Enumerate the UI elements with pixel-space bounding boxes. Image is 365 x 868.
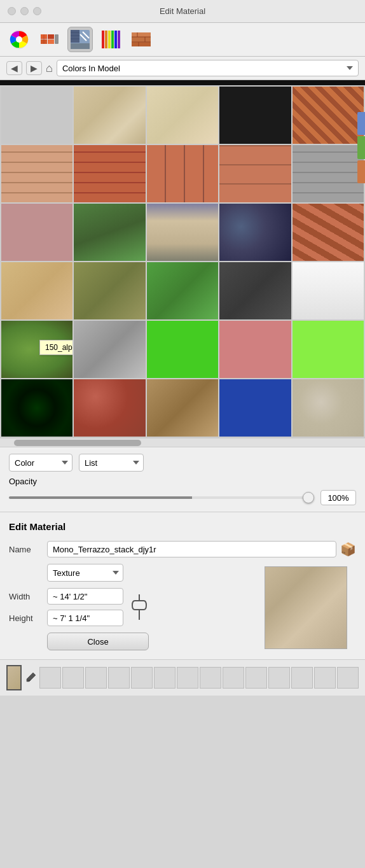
- list-item[interactable]: [293, 321, 364, 378]
- window-title: Edit Material: [160, 6, 205, 16]
- palette-slot[interactable]: [108, 667, 130, 689]
- title-bar: Edit Material: [0, 0, 365, 23]
- list-item[interactable]: [74, 379, 145, 437]
- toolbar: [0, 23, 365, 57]
- svg-rect-12: [71, 43, 90, 49]
- name-input[interactable]: [47, 541, 336, 557]
- palette-slot[interactable]: [245, 667, 267, 689]
- link-chain-icon[interactable]: [130, 591, 149, 623]
- list-item[interactable]: [147, 204, 218, 261]
- scrollbar-thumb[interactable]: [14, 440, 141, 446]
- back-button[interactable]: ◀: [6, 61, 22, 75]
- material-icon[interactable]: 📦: [340, 542, 356, 557]
- svg-rect-6: [55, 34, 59, 44]
- texture-controls: Texture Color Blend Width Height: [9, 564, 258, 650]
- palette-slot[interactable]: [268, 667, 290, 689]
- right-tab-blue[interactable]: [357, 112, 365, 135]
- materials-icon[interactable]: [37, 27, 62, 52]
- svg-rect-19: [111, 31, 114, 48]
- svg-rect-21: [118, 31, 120, 48]
- list-item[interactable]: 150_alpine green grass texture-seamless: [1, 321, 72, 378]
- list-dropdown[interactable]: List Grid Thumbnails: [79, 454, 144, 472]
- palette-slot[interactable]: [223, 667, 244, 689]
- texture-row: Texture Color Blend: [47, 564, 258, 582]
- right-tabs: [357, 112, 365, 183]
- list-item[interactable]: [147, 321, 218, 378]
- svg-rect-17: [105, 31, 107, 48]
- palette-slot[interactable]: [131, 667, 153, 689]
- right-tab-green[interactable]: [357, 136, 365, 159]
- home-button[interactable]: ⌂: [46, 62, 53, 75]
- opacity-row: 100%: [9, 490, 356, 505]
- list-item[interactable]: [293, 204, 364, 261]
- zoom-button[interactable]: [33, 7, 41, 15]
- palette-slot[interactable]: [154, 667, 176, 689]
- palette-slot[interactable]: [177, 667, 198, 689]
- close-button[interactable]: Close: [47, 633, 149, 650]
- list-item[interactable]: [1, 145, 72, 202]
- colors-in-model-dropdown[interactable]: Colors In Model Colors In Library Custom…: [57, 60, 359, 76]
- active-swatch[interactable]: [6, 665, 22, 690]
- list-item[interactable]: [147, 379, 218, 437]
- name-label: Name: [9, 545, 47, 554]
- close-button[interactable]: [8, 7, 16, 15]
- eyedropper-tool[interactable]: [24, 668, 37, 687]
- palette-slot[interactable]: [337, 667, 359, 689]
- list-item[interactable]: [219, 145, 291, 202]
- list-item[interactable]: [74, 262, 145, 319]
- list-item[interactable]: [147, 262, 218, 319]
- nav-bar: ◀ ▶ ⌂ Colors In Model Colors In Library …: [0, 57, 365, 80]
- svg-rect-5: [48, 39, 54, 44]
- list-item[interactable]: [219, 87, 291, 144]
- svg-rect-20: [114, 31, 117, 48]
- palette-slot[interactable]: [314, 667, 336, 689]
- opacity-slider[interactable]: [9, 496, 314, 499]
- palette-slot[interactable]: [85, 667, 107, 689]
- palette-slot[interactable]: [291, 667, 313, 689]
- list-item[interactable]: [293, 145, 364, 202]
- dimensions-row: Width Height: [9, 588, 258, 626]
- list-item[interactable]: [1, 379, 72, 437]
- list-item[interactable]: [74, 145, 145, 202]
- width-label: Width: [9, 592, 47, 601]
- list-item[interactable]: [74, 87, 145, 144]
- minimize-button[interactable]: [20, 7, 29, 15]
- svg-rect-11: [71, 30, 79, 43]
- width-input[interactable]: [47, 588, 123, 605]
- list-item[interactable]: [219, 204, 291, 261]
- list-item[interactable]: [1, 204, 72, 261]
- right-tab-orange[interactable]: [357, 160, 365, 183]
- forward-button[interactable]: ▶: [26, 61, 42, 75]
- list-item[interactable]: [293, 379, 364, 437]
- color-dropdown[interactable]: Color Texture Gradient: [9, 454, 72, 472]
- list-item[interactable]: [74, 204, 145, 261]
- list-item[interactable]: [219, 262, 291, 319]
- list-item[interactable]: [1, 262, 72, 319]
- palette-slot[interactable]: [39, 667, 61, 689]
- colors-icon[interactable]: [98, 27, 123, 52]
- list-item[interactable]: [1, 87, 72, 144]
- list-item[interactable]: [147, 145, 218, 202]
- texture-dropdown[interactable]: Texture Color Blend: [47, 564, 123, 582]
- horizontal-scrollbar[interactable]: [0, 438, 365, 447]
- brick-icon[interactable]: [128, 27, 154, 52]
- color-wheel-icon[interactable]: [6, 27, 32, 52]
- textures-icon[interactable]: [67, 27, 93, 52]
- material-grid-container: 150_alpine green grass texture-seamless: [0, 80, 365, 447]
- material-tooltip: 150_alpine green grass texture-seamless: [39, 340, 72, 355]
- list-item[interactable]: [147, 87, 218, 144]
- list-item[interactable]: [74, 321, 145, 378]
- svg-rect-24: [132, 38, 151, 42]
- svg-point-1: [16, 36, 22, 43]
- palette-bar: [0, 659, 365, 696]
- palette-slot[interactable]: [200, 667, 221, 689]
- edit-material-section: Edit Material Name 📦 Texture Color Blend: [0, 512, 365, 659]
- list-item[interactable]: [293, 262, 364, 319]
- height-input[interactable]: [47, 610, 123, 626]
- height-label: Height: [9, 613, 47, 623]
- list-item[interactable]: [293, 87, 364, 144]
- list-item[interactable]: [219, 379, 291, 437]
- dimensions-group: Width Height: [9, 588, 123, 626]
- list-item[interactable]: [219, 321, 291, 378]
- palette-slot[interactable]: [62, 667, 84, 689]
